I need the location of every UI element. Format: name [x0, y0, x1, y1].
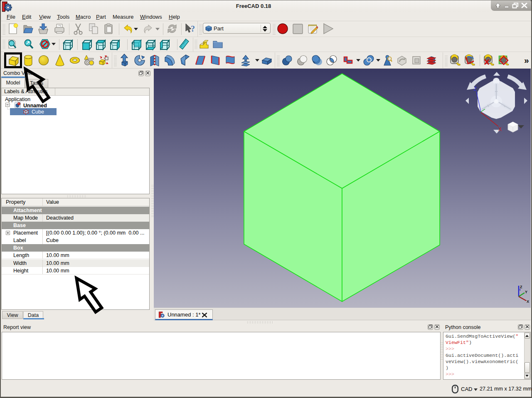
svg-text:X: X — [498, 126, 502, 132]
svg-text:?: ? — [191, 24, 195, 33]
svg-text:X: X — [527, 299, 529, 304]
svg-text:Y: Y — [525, 290, 527, 294]
svg-text:»: » — [524, 55, 529, 65]
svg-text:Z: Z — [474, 86, 477, 92]
svg-text:Z: Z — [520, 285, 522, 289]
